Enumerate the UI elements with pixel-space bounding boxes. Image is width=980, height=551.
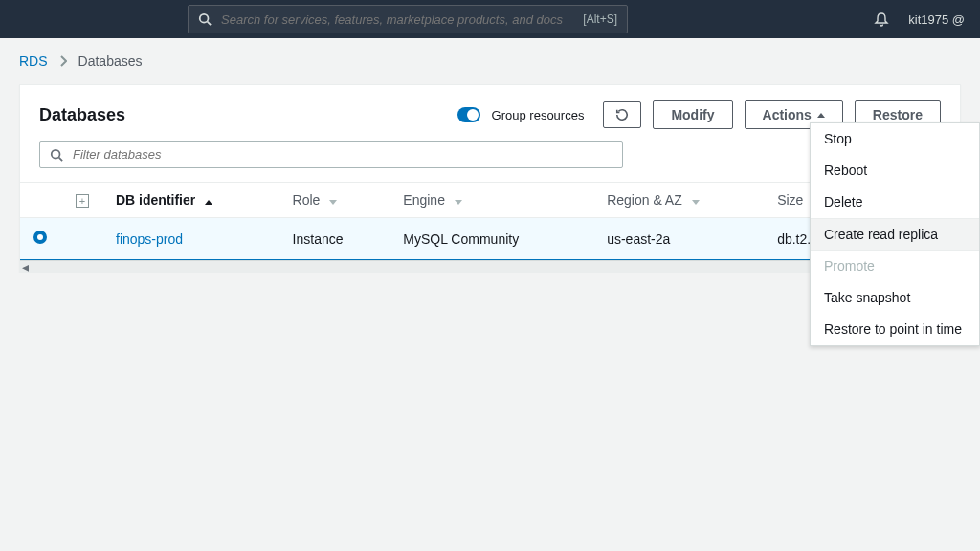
global-search[interactable]: [Alt+S] — [188, 5, 628, 33]
row-role: Instance — [279, 218, 390, 260]
col-engine-label: Engine — [403, 192, 445, 208]
breadcrumb: RDS Databases — [0, 38, 980, 84]
refresh-icon — [615, 108, 629, 121]
col-region[interactable]: Region & AZ — [593, 183, 764, 218]
row-engine: MySQL Community — [390, 218, 593, 260]
row-radio[interactable] — [33, 231, 47, 244]
action-promote: Promote — [811, 251, 979, 273]
search-icon — [198, 12, 212, 26]
action-stop[interactable]: Stop — [811, 123, 979, 155]
modify-button[interactable]: Modify — [653, 100, 732, 129]
filter-input[interactable] — [73, 147, 612, 162]
actions-button-label: Actions — [763, 107, 812, 122]
breadcrumb-root[interactable]: RDS — [19, 54, 48, 69]
svg-line-1 — [208, 22, 212, 26]
filter-box[interactable] — [39, 141, 623, 168]
action-create-read-replica[interactable]: Create read replica — [811, 218, 979, 251]
col-region-label: Region & AZ — [607, 192, 682, 208]
group-resources-label: Group resources — [492, 108, 585, 122]
caret-up-icon — [817, 113, 825, 118]
bell-icon[interactable] — [874, 11, 889, 27]
search-input[interactable] — [221, 12, 573, 27]
page-title: Databases — [39, 105, 125, 125]
search-icon — [50, 148, 63, 162]
row-region: us-east-2a — [593, 218, 764, 260]
db-identifier-link[interactable]: finops-prod — [116, 231, 183, 247]
col-role[interactable]: Role — [279, 183, 390, 218]
sort-asc-icon — [205, 200, 212, 205]
col-identifier-label: DB identifier — [116, 192, 195, 208]
col-role-label: Role — [293, 192, 321, 208]
actions-dropdown: Stop Reboot Delete Create read replica P… — [810, 122, 980, 273]
sort-icon — [329, 200, 337, 205]
chevron-right-icon — [59, 55, 67, 67]
breadcrumb-current: Databases — [78, 54, 143, 69]
svg-point-2 — [52, 149, 60, 158]
col-engine[interactable]: Engine — [390, 183, 593, 218]
search-shortcut: [Alt+S] — [583, 12, 617, 26]
sort-icon — [455, 200, 462, 205]
user-menu[interactable]: kit1975 @ — [908, 12, 965, 27]
top-nav: [Alt+S] kit1975 @ — [0, 0, 980, 38]
refresh-button[interactable] — [603, 101, 641, 128]
scroll-left-icon[interactable]: ◂ — [20, 261, 30, 272]
action-reboot[interactable]: Reboot — [811, 155, 979, 187]
col-size-label: Size — [777, 192, 803, 208]
svg-line-3 — [59, 157, 63, 161]
svg-point-0 — [200, 14, 209, 23]
sort-icon — [692, 200, 700, 205]
expand-all-icon[interactable]: + — [76, 194, 89, 208]
group-resources-toggle[interactable] — [457, 107, 480, 122]
action-delete[interactable]: Delete — [811, 187, 979, 218]
col-identifier[interactable]: DB identifier — [102, 183, 279, 218]
